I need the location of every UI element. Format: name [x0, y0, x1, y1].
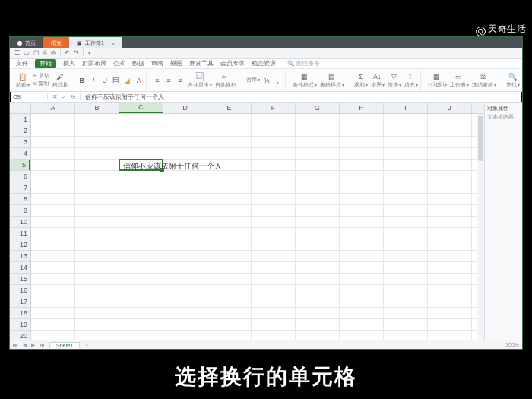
row-header-13[interactable]: 13	[10, 251, 30, 262]
row-header-12[interactable]: 12	[10, 239, 30, 251]
command-search[interactable]: 🔍 查找命令	[287, 60, 320, 68]
table-style-icon[interactable]: ▤	[327, 72, 336, 81]
row-header-5[interactable]: 5	[10, 160, 30, 171]
underline-icon[interactable]: U	[100, 76, 109, 85]
cut-button[interactable]: ✂ 剪切	[33, 73, 49, 80]
sheet-icon[interactable]: ▭	[454, 72, 464, 81]
qat-open-icon[interactable]: ▢	[33, 49, 40, 56]
menu-insert[interactable]: 插入	[63, 60, 75, 68]
rowcol-icon[interactable]: ▦	[432, 72, 442, 81]
freeze-icon[interactable]: ☒	[479, 72, 488, 81]
copy-button[interactable]: ⧉ 复制	[33, 81, 49, 87]
spreadsheet-grid[interactable]: ABCDEFGHIJ 12345678910111213141516171819…	[10, 103, 484, 340]
qat-menu-icon[interactable]: ☰	[14, 49, 20, 56]
tab-workbook[interactable]: ▣工作簿1×	[69, 37, 122, 48]
sheet-nav-last-icon[interactable]: ⏭	[40, 342, 45, 347]
row-header-19[interactable]: 19	[10, 319, 30, 331]
fill-icon[interactable]: ↧	[406, 72, 415, 81]
col-header-D[interactable]: D	[163, 103, 207, 113]
format-painter-icon[interactable]: 🖌	[55, 72, 65, 81]
col-header-C[interactable]: C	[119, 103, 163, 113]
wrap-icon[interactable]: ↵	[220, 72, 230, 81]
row-header-3[interactable]: 3	[10, 137, 30, 148]
menu-start[interactable]: 开始	[35, 59, 56, 68]
menu-layout[interactable]: 页面布局	[82, 60, 106, 68]
italic-icon[interactable]: I	[89, 76, 98, 85]
row-header-10[interactable]: 10	[10, 217, 30, 228]
menu-view[interactable]: 视图	[170, 60, 182, 68]
row-header-15[interactable]: 15	[10, 274, 30, 285]
sort-icon[interactable]: A↓	[372, 72, 382, 81]
row-header-8[interactable]: 8	[10, 194, 30, 205]
sheet-tab[interactable]: Sheet1	[49, 342, 80, 348]
undo-icon[interactable]: ↶	[65, 49, 70, 56]
add-sheet-icon[interactable]: ＋	[84, 341, 90, 349]
row-header-7[interactable]: 7	[10, 182, 30, 194]
row-header-2[interactable]: 2	[10, 125, 30, 137]
vertical-scrollbar[interactable]	[477, 114, 484, 340]
preview-icon[interactable]: ◎	[51, 49, 56, 56]
merge-icon[interactable]: ☐	[195, 72, 204, 81]
row-header-1[interactable]: 1	[10, 114, 30, 125]
border-icon[interactable]: 田	[112, 76, 121, 85]
bold-icon[interactable]: B	[78, 76, 87, 85]
menu-res[interactable]: 稻壳资源	[252, 60, 276, 68]
formula-input[interactable]: 信仰不应该依附于任何一个人	[81, 93, 522, 101]
align-left-icon[interactable]: ≡	[153, 76, 162, 85]
side-panel-title: 对象属性	[487, 105, 520, 112]
name-box[interactable]: C5▾	[10, 93, 48, 100]
col-header-J[interactable]: J	[428, 103, 472, 113]
zoom-level[interactable]: 100%	[505, 342, 519, 347]
sheet-nav-first-icon[interactable]: ⏮	[13, 342, 18, 347]
font-color-icon[interactable]: A	[135, 76, 144, 85]
tab-docer[interactable]: 稻壳	[43, 37, 69, 48]
sheet-nav-next-icon[interactable]: ▶	[31, 342, 35, 348]
row-header-11[interactable]: 11	[10, 228, 30, 239]
sum-icon[interactable]: Σ	[356, 72, 365, 81]
col-header-I[interactable]: I	[384, 103, 428, 113]
find-icon[interactable]: 🔍	[508, 72, 517, 81]
col-header-G[interactable]: G	[296, 103, 340, 113]
align-right-icon[interactable]: ≡	[176, 76, 185, 85]
fx-ok-icon[interactable]: ✓	[62, 93, 67, 100]
row-header-16[interactable]: 16	[10, 285, 30, 296]
row-header-20[interactable]: 20	[10, 331, 30, 340]
cell-content: 信仰不应该依附于任何一个人	[121, 160, 224, 173]
filter-icon[interactable]: ▽	[389, 72, 398, 81]
row-header-14[interactable]: 14	[10, 262, 30, 274]
select-all-corner[interactable]	[10, 103, 31, 114]
col-header-F[interactable]: F	[252, 103, 296, 113]
menu-vip[interactable]: 会员专享	[220, 60, 245, 68]
col-header-H[interactable]: H	[340, 103, 384, 113]
paste-icon[interactable]: 📋	[18, 72, 27, 81]
number-format[interactable]: 货币	[246, 77, 260, 84]
tab-home[interactable]: 首页	[10, 37, 43, 48]
row-header-18[interactable]: 18	[10, 308, 30, 319]
menu-review[interactable]: 审阅	[151, 60, 163, 68]
save-icon[interactable]: ▭	[24, 49, 30, 56]
fill-color-icon[interactable]: ◢	[123, 76, 132, 85]
row-header-4[interactable]: 4	[10, 148, 30, 160]
fx-icon[interactable]: fx	[71, 93, 75, 100]
row-header-9[interactable]: 9	[10, 205, 30, 217]
col-header-E[interactable]: E	[207, 103, 252, 113]
qat-more-icon[interactable]	[87, 49, 90, 56]
sheet-nav-prev-icon[interactable]: ◀	[23, 342, 27, 348]
row-header-17[interactable]: 17	[10, 296, 30, 308]
col-header-B[interactable]: B	[75, 103, 119, 113]
cond-format-icon[interactable]: ▦	[299, 72, 309, 81]
menu-dev[interactable]: 开发工具	[189, 60, 214, 68]
menu-formula[interactable]: 公式	[113, 60, 125, 68]
fx-cancel-icon[interactable]: ✕	[52, 93, 58, 100]
quick-access-toolbar: ☰ ▭ ▢ ⎙ ◎ ↶ ↷	[10, 48, 522, 59]
menu-file[interactable]: 文件	[16, 60, 28, 68]
row-header-6[interactable]: 6	[10, 171, 30, 182]
menu-data[interactable]: 数据	[132, 60, 144, 68]
col-header-A[interactable]: A	[31, 103, 75, 113]
comma-icon[interactable]: ,	[274, 76, 283, 85]
print-icon[interactable]: ⎙	[43, 49, 47, 56]
percent-icon[interactable]: %	[262, 76, 271, 85]
side-panel-item[interactable]: 文本框内容	[487, 114, 520, 121]
redo-icon[interactable]: ↷	[74, 49, 79, 56]
align-center-icon[interactable]: ≡	[164, 76, 173, 85]
